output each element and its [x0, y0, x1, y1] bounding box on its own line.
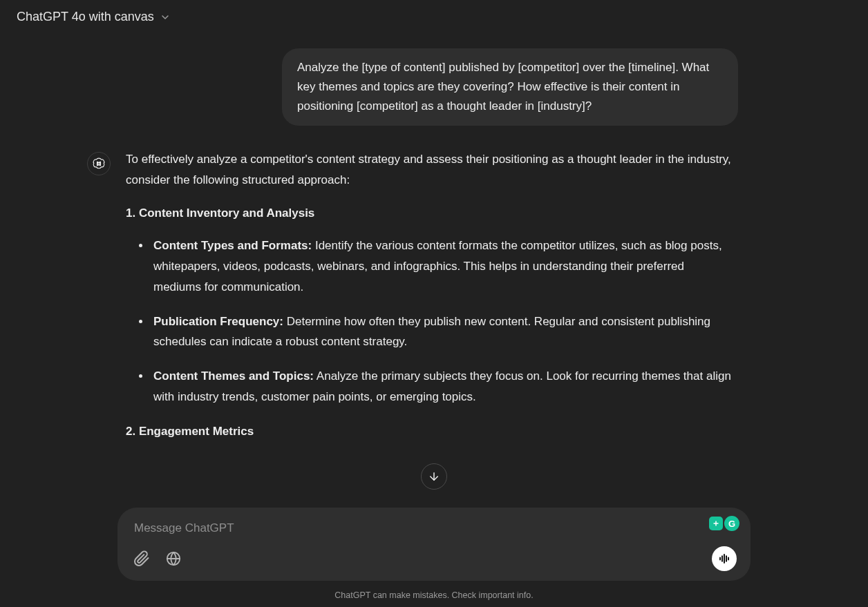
disclaimer-text: ChatGPT can make mistakes. Check importa… — [0, 590, 868, 600]
attach-file-button[interactable] — [131, 548, 152, 569]
arrow-down-icon — [428, 470, 440, 483]
paperclip-icon — [133, 550, 150, 567]
assistant-message-content: To effectively analyze a competitor's co… — [126, 149, 734, 454]
grammarly-widget[interactable]: G — [709, 516, 739, 531]
chevron-down-icon — [160, 12, 171, 23]
sound-wave-icon — [718, 552, 730, 565]
section-1-list: Content Types and Formats: Identify the … — [126, 235, 734, 407]
list-item: Content Types and Formats: Identify the … — [151, 235, 734, 297]
composer: G — [117, 508, 751, 581]
user-message-row: Analyze the [type of content] published … — [130, 48, 738, 126]
web-browse-button[interactable] — [163, 548, 184, 569]
list-item: Content Themes and Topics: Analyze the p… — [151, 366, 734, 407]
list-item: Publication Frequency: Determine how oft… — [151, 311, 734, 353]
globe-icon — [166, 551, 181, 566]
section-heading-1: 1. Content Inventory and Analysis — [126, 203, 734, 224]
chat-scroll-area[interactable]: Analyze the [type of content] published … — [0, 41, 868, 497]
assistant-intro: To effectively analyze a competitor's co… — [126, 149, 734, 191]
voice-input-button[interactable] — [712, 546, 737, 571]
assistant-message-row: To effectively analyze a competitor's co… — [130, 149, 738, 454]
section-heading-2: 2. Engagement Metrics — [126, 421, 734, 442]
user-message-bubble: Analyze the [type of content] published … — [282, 48, 738, 126]
grammarly-add-icon — [709, 517, 723, 530]
model-selector[interactable]: ChatGPT 4o with canvas — [10, 6, 178, 28]
message-input[interactable] — [131, 519, 737, 546]
grammarly-logo-icon: G — [724, 516, 739, 531]
assistant-avatar — [87, 152, 111, 175]
composer-box: G — [117, 508, 751, 581]
model-label: ChatGPT 4o with canvas — [17, 10, 154, 24]
openai-logo-icon — [92, 157, 106, 171]
scroll-to-bottom-button[interactable] — [421, 463, 447, 490]
